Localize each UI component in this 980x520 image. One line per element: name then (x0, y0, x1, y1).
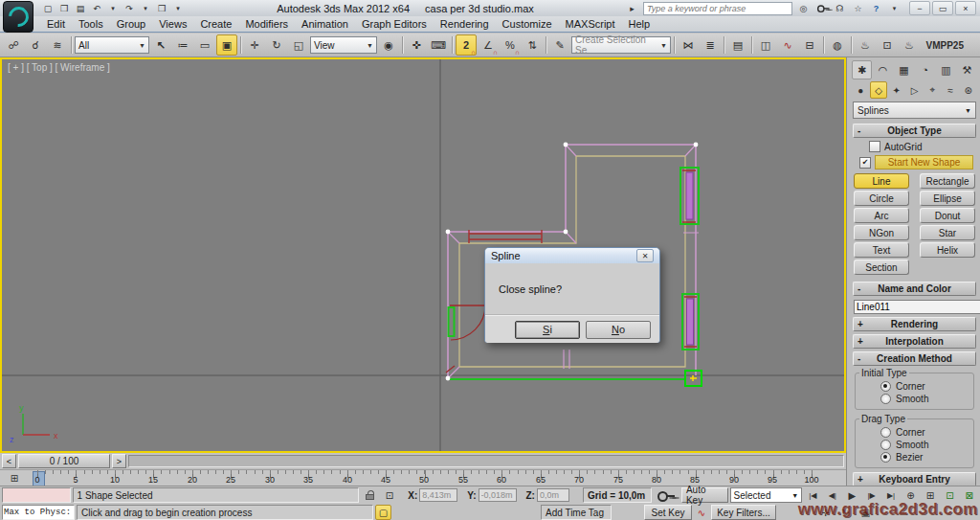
viewport-top[interactable]: [ + ] [ Top ] [ Wireframe ] (0, 57, 846, 453)
dialog-title-bar[interactable]: Spline ✕ (485, 248, 659, 263)
tab-hierarchy-icon[interactable] (894, 60, 914, 79)
vertex-dot[interactable] (564, 143, 568, 147)
rollout-name-and-color[interactable]: -Name and Color (853, 282, 976, 296)
redo-dropdown-icon[interactable] (138, 1, 153, 15)
snap-toggle-icon[interactable] (456, 34, 477, 56)
spinner-snap-icon[interactable] (522, 34, 543, 56)
key-mode-dropdown[interactable]: Selected▼ (730, 487, 803, 503)
render-setup-icon[interactable] (855, 34, 876, 56)
percent-snap-icon[interactable] (500, 34, 521, 56)
rollout-object-type[interactable]: -Object Type (853, 124, 976, 138)
tab-modify-icon[interactable] (873, 60, 893, 79)
y-coordinate-field[interactable] (479, 488, 517, 502)
vertex-dot[interactable] (446, 230, 451, 235)
isolate-selection-icon[interactable] (375, 505, 391, 520)
start-new-shape-button[interactable]: Start New Shape (875, 155, 973, 170)
dialog-close-icon[interactable]: ✕ (636, 249, 654, 262)
drag-bezier-radio[interactable] (880, 452, 891, 463)
application-menu-button[interactable] (3, 1, 33, 33)
named-selection-set-dropdown[interactable]: Create Selection Se▼ (571, 36, 671, 54)
rollout-rendering[interactable]: +Rendering (853, 317, 976, 331)
restore-button[interactable] (932, 1, 953, 15)
minimize-button[interactable] (909, 1, 930, 15)
set-key-button[interactable]: Set Key (644, 505, 692, 520)
menu-group[interactable]: Group (110, 18, 153, 30)
object-type-helix-button[interactable]: Helix (920, 242, 975, 258)
category-geometry-icon[interactable] (852, 81, 870, 99)
object-type-ngon-button[interactable]: NGon (854, 225, 909, 240)
next-frame-arrow[interactable]: > (112, 454, 126, 468)
rollout-keyboard-entry[interactable]: +Keyboard Entry (853, 472, 976, 486)
vertex-dot[interactable] (694, 143, 699, 147)
menu-modifiers[interactable]: Modifiers (238, 18, 295, 30)
add-time-tag[interactable]: Add Time Tag (541, 505, 612, 520)
maxscript-mini-listener-output[interactable]: Max to Physc: (2, 505, 75, 520)
tab-utilities-icon[interactable] (957, 60, 977, 79)
vertex-dot[interactable] (564, 230, 568, 235)
object-type-text-button[interactable]: Text (854, 242, 909, 258)
reference-coordinate-dropdown[interactable]: View▼ (310, 36, 377, 54)
timeline-ruler[interactable]: 0 5 10 15 20 25 30 35 40 45 50 55 60 65 … (32, 470, 841, 486)
menu-create[interactable]: Create (193, 18, 238, 30)
edit-named-selection-sets-icon[interactable] (549, 34, 570, 56)
viewport-label[interactable]: [ + ] [ Top ] [ Wireframe ] (8, 62, 110, 73)
drag-smooth-radio[interactable] (880, 440, 891, 450)
menu-graph-editors[interactable]: Graph Editors (355, 18, 434, 30)
unlink-selection-icon[interactable] (25, 34, 46, 56)
graphite-ribbon-icon[interactable] (755, 34, 776, 56)
redo-icon[interactable] (122, 1, 137, 15)
open-file-icon[interactable] (56, 1, 72, 15)
menu-edit[interactable]: Edit (40, 18, 72, 30)
category-systems-icon[interactable] (959, 81, 977, 99)
close-button[interactable] (955, 1, 976, 15)
material-editor-icon[interactable] (827, 34, 848, 56)
vertex-dot[interactable] (446, 376, 451, 381)
z-coordinate-field[interactable] (537, 488, 569, 502)
time-slider-handle[interactable]: 0 / 100 (18, 454, 110, 468)
menu-maxscript[interactable]: MAXScript (559, 18, 622, 30)
category-spacewarps-icon[interactable] (942, 81, 960, 99)
time-slider-track[interactable] (128, 455, 844, 467)
object-type-star-button[interactable]: Star (920, 225, 975, 240)
auto-key-button[interactable]: Auto Key (681, 487, 728, 503)
selection-filter-dropdown[interactable]: All▼ (75, 36, 149, 54)
object-type-line-button[interactable]: Line (854, 173, 909, 189)
rendered-frame-window-icon[interactable] (877, 34, 898, 56)
initial-corner-radio[interactable] (880, 381, 891, 392)
bind-to-space-warp-icon[interactable] (47, 34, 68, 56)
new-key-filter-icon[interactable] (694, 504, 709, 520)
schematic-view-icon[interactable] (799, 34, 820, 56)
start-new-shape-checkbox[interactable] (859, 157, 871, 169)
no-button[interactable]: No (586, 321, 651, 339)
search-icon[interactable] (796, 2, 811, 15)
curve-editor-icon[interactable] (777, 34, 798, 56)
shape-category-dropdown[interactable]: Splines▼ (853, 102, 976, 119)
previous-frame-arrow[interactable]: < (2, 454, 16, 468)
help-icon[interactable] (869, 2, 883, 15)
project-folder-dropdown-icon[interactable] (170, 1, 186, 15)
key-filters-button[interactable]: Key Filters... (711, 505, 776, 520)
object-name-field[interactable] (854, 300, 980, 314)
keyboard-shortcut-override-icon[interactable] (428, 34, 449, 56)
tab-display-icon[interactable] (936, 60, 956, 79)
object-type-circle-button[interactable]: Circle (854, 191, 909, 206)
autogrid-checkbox[interactable] (869, 141, 880, 152)
select-object-icon[interactable] (150, 34, 171, 56)
select-and-move-icon[interactable] (244, 34, 265, 56)
object-type-rectangle-button[interactable]: Rectangle (920, 173, 975, 189)
selection-lock-icon[interactable] (361, 486, 378, 504)
favorites-icon[interactable] (851, 2, 865, 15)
absolute-offset-toggle-icon[interactable] (381, 486, 398, 504)
tab-create-icon[interactable] (852, 60, 872, 79)
rollout-creation-method[interactable]: -Creation Method (853, 351, 976, 366)
yes-button[interactable]: Si (515, 321, 580, 339)
mirror-icon[interactable] (678, 34, 699, 56)
menu-views[interactable]: Views (152, 18, 193, 30)
object-type-donut-button[interactable]: Donut (920, 208, 975, 223)
drag-corner-radio[interactable] (880, 427, 891, 438)
use-pivot-point-icon[interactable] (378, 34, 399, 56)
object-type-section-button[interactable]: Section (854, 260, 909, 275)
window-crossing-icon[interactable] (216, 34, 237, 56)
new-file-icon[interactable] (40, 1, 56, 15)
communication-center-icon[interactable] (833, 2, 847, 15)
